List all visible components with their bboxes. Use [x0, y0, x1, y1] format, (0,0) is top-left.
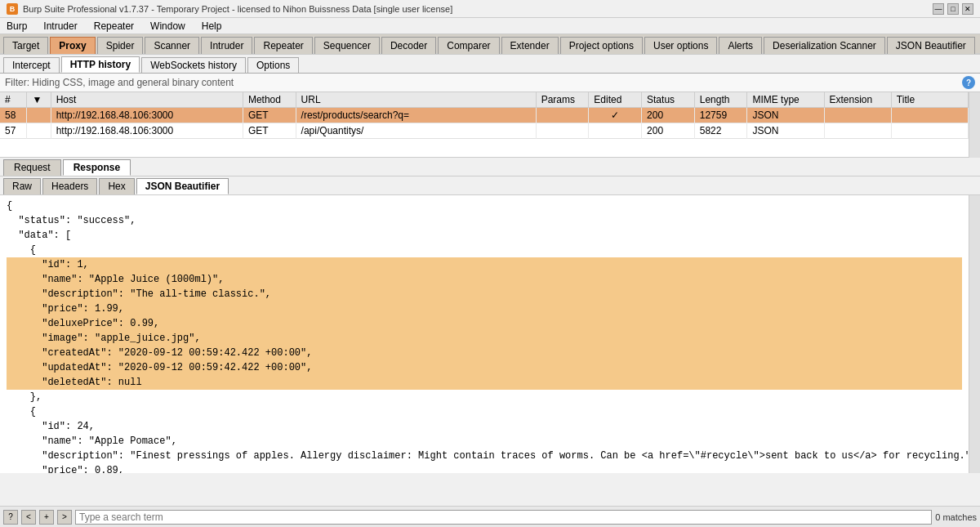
search-add-button[interactable]: + — [39, 510, 54, 525]
menu-repeater[interactable]: Repeater — [91, 20, 137, 33]
subtab-options[interactable]: Options — [247, 57, 299, 73]
inner-tab-headers[interactable]: Headers — [42, 178, 97, 194]
tab-sequencer[interactable]: Sequencer — [314, 37, 380, 54]
json-content-area[interactable]: { "status": "success", "data": [ { "id":… — [0, 195, 969, 473]
table-cell-7: 200 — [642, 108, 695, 123]
search-input[interactable] — [75, 510, 932, 525]
tab-deserialization-scanner[interactable]: Deserialization Scanner — [764, 37, 885, 54]
json-line: { — [7, 404, 962, 419]
tab-decoder[interactable]: Decoder — [381, 37, 436, 54]
table-cell-11 — [891, 123, 968, 139]
col-url[interactable]: URL — [296, 92, 536, 108]
minimize-button[interactable]: — — [933, 3, 944, 15]
table-cell-4: /rest/products/search?q= — [296, 108, 536, 123]
menu-intruder[interactable]: Intruder — [40, 20, 80, 33]
table-cell-6: ✓ — [589, 108, 642, 123]
tab-json-beautifier[interactable]: JSON Beautifier — [887, 37, 975, 54]
json-line: "name": "Apple Juice (1000ml)", — [7, 272, 962, 287]
menu-help[interactable]: Help — [198, 20, 225, 33]
json-line: "price": 0.89, — [7, 463, 962, 473]
col-sort[interactable]: ▼ — [27, 92, 51, 108]
inner-tab-raw[interactable]: Raw — [3, 178, 41, 194]
json-line: "createdAt": "2020-09-12 00:59:42.422 +0… — [7, 346, 962, 360]
table-cell-8: 12759 — [694, 108, 747, 123]
json-line: "id": 1, — [7, 257, 962, 272]
table-row[interactable]: 57http://192.168.48.106:3000GET/api/Quan… — [0, 123, 969, 139]
search-prev-button[interactable]: < — [21, 510, 36, 525]
col-title[interactable]: Title — [891, 92, 968, 108]
subtab-websockets-history[interactable]: WebSockets history — [141, 57, 246, 73]
col-host[interactable]: Host — [51, 92, 243, 108]
tab-comparer[interactable]: Comparer — [438, 37, 499, 54]
search-matches: 0 matches — [935, 512, 977, 522]
table-cell-11 — [891, 108, 968, 123]
json-area: { "status": "success", "data": [ { "id":… — [0, 195, 980, 473]
search-help-button[interactable]: ? — [3, 510, 18, 525]
tab-user-options[interactable]: User options — [644, 37, 717, 54]
http-history-table: # ▼ Host Method URL Params Edited Status… — [0, 92, 969, 139]
tab-project-options[interactable]: Project options — [560, 37, 643, 54]
menu-bar: Burp Intruder Repeater Window Help — [0, 18, 980, 34]
menu-burp[interactable]: Burp — [3, 20, 30, 33]
inner-tab-hex[interactable]: Hex — [99, 178, 134, 194]
filter-help-button[interactable]: ? — [962, 76, 975, 89]
table-row[interactable]: 58http://192.168.48.106:3000GET/rest/pro… — [0, 108, 969, 123]
search-next-button[interactable]: > — [57, 510, 72, 525]
table-cell-10 — [824, 123, 891, 139]
col-params[interactable]: Params — [536, 92, 589, 108]
json-line: "price": 1.99, — [7, 301, 962, 316]
json-line: "description": "The all-time classic.", — [7, 287, 962, 301]
table-vertical-scrollbar[interactable] — [969, 92, 980, 158]
tab-spider[interactable]: Spider — [97, 37, 144, 54]
tab-alerts[interactable]: Alerts — [719, 37, 762, 54]
subtab-http-history[interactable]: HTTP history — [61, 56, 140, 73]
title-bar: B Burp Suite Professional v1.7.37 - Temp… — [0, 0, 980, 18]
filter-bar: Filter: Hiding CSS, image and general bi… — [0, 74, 980, 92]
req-resp-bar: Request Response — [0, 158, 980, 176]
col-edited[interactable]: Edited — [589, 92, 642, 108]
col-method[interactable]: Method — [243, 92, 296, 108]
tab-extender[interactable]: Extender — [501, 37, 559, 54]
subtab-intercept[interactable]: Intercept — [3, 57, 60, 73]
table-cell-9: JSON — [747, 108, 824, 123]
json-line: }, — [7, 390, 962, 404]
tab-request[interactable]: Request — [3, 159, 61, 176]
close-button[interactable]: ✕ — [962, 3, 973, 15]
filter-text: Filter: Hiding CSS, image and general bi… — [5, 77, 234, 88]
col-extension[interactable]: Extension — [824, 92, 891, 108]
table-cell-5 — [536, 123, 589, 139]
json-line: "deluxePrice": 0.99, — [7, 316, 962, 331]
menu-window[interactable]: Window — [147, 20, 189, 33]
table-cell-8: 5822 — [694, 123, 747, 139]
inner-tab-bar: Raw Headers Hex JSON Beautifier — [0, 176, 980, 195]
sub-tab-bar: Intercept HTTP history WebSockets histor… — [0, 55, 980, 74]
tab-proxy[interactable]: Proxy — [50, 37, 95, 54]
maximize-button[interactable]: □ — [947, 3, 959, 15]
inner-tab-json-beautifier[interactable]: JSON Beautifier — [136, 178, 229, 194]
tab-response[interactable]: Response — [63, 159, 131, 176]
tab-target[interactable]: Target — [3, 37, 48, 54]
table-cell-5 — [536, 108, 589, 123]
tab-repeater[interactable]: Repeater — [254, 37, 312, 54]
http-table-container: # ▼ Host Method URL Params Edited Status… — [0, 92, 969, 158]
json-line: "deletedAt": null — [7, 375, 962, 390]
json-line: "updatedAt": "2020-09-12 00:59:42.422 +0… — [7, 360, 962, 375]
table-cell-0: 57 — [0, 123, 27, 139]
search-bar: ? < + > 0 matches — [0, 506, 980, 527]
col-num[interactable]: # — [0, 92, 27, 108]
json-line: "id": 24, — [7, 419, 962, 434]
app-icon: B — [7, 3, 18, 15]
tab-scanner[interactable]: Scanner — [145, 37, 199, 54]
col-mime-type[interactable]: MIME type — [747, 92, 824, 108]
table-cell-2: http://192.168.48.106:3000 — [51, 108, 243, 123]
table-cell-1 — [27, 123, 51, 139]
title-bar-text: Burp Suite Professional v1.7.37 - Tempor… — [23, 4, 452, 14]
table-cell-4: /api/Quantitys/ — [296, 123, 536, 139]
table-cell-0: 58 — [0, 108, 27, 123]
main-tab-bar: Target Proxy Spider Scanner Intruder Rep… — [0, 34, 980, 55]
tab-intruder[interactable]: Intruder — [201, 37, 252, 54]
json-vertical-scrollbar[interactable] — [969, 195, 980, 473]
table-cell-7: 200 — [642, 123, 695, 139]
col-status[interactable]: Status — [642, 92, 695, 108]
col-length[interactable]: Length — [694, 92, 747, 108]
